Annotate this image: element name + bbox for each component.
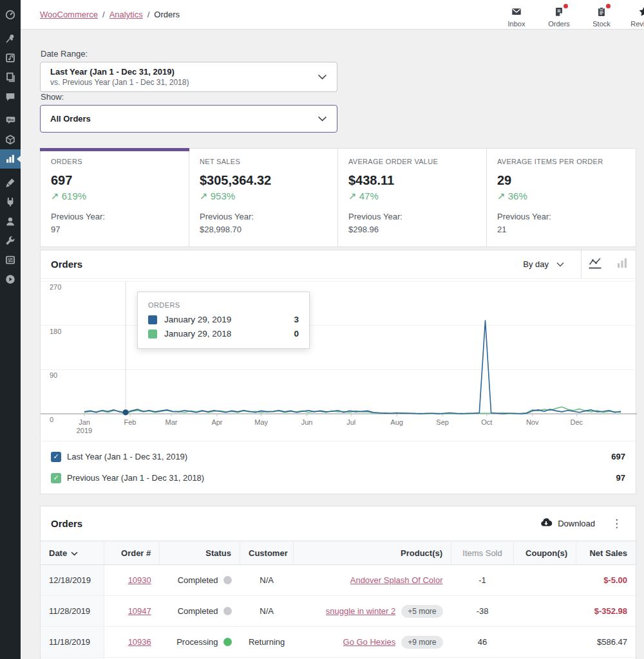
stock-clipboard-icon <box>594 5 609 18</box>
sidebar-item-dashboard[interactable] <box>0 5 21 24</box>
product-link[interactable]: snuggle in winter 2 <box>326 606 395 616</box>
sidebar-item-posts[interactable] <box>0 29 21 48</box>
cell-items-sold: -38 <box>451 596 514 627</box>
chevron-down-icon <box>556 259 564 269</box>
activity-label: Stock <box>592 20 611 28</box>
cell-status: Completed <box>160 596 240 627</box>
svg-text:Sep: Sep <box>436 418 449 426</box>
chart-header: Orders By day <box>41 250 636 279</box>
svg-text:Jul: Jul <box>346 418 355 426</box>
product-link[interactable]: Go Go Hexies <box>343 637 396 647</box>
reviews-star-icon <box>637 5 644 18</box>
cell-products: Go Go Hexies+9 more <box>294 627 451 658</box>
sidebar-item-media[interactable] <box>0 48 21 68</box>
tooltip-row-value: 3 <box>294 315 299 324</box>
cell-coupons <box>514 565 576 596</box>
column-header-products[interactable]: Product(s) <box>294 541 451 565</box>
line-chart-icon <box>588 257 602 272</box>
summary-card-net-sales[interactable]: NET SALES $305,364.32 ↗ 953% Previous Ye… <box>189 149 338 246</box>
activity-label: Orders <box>548 20 570 28</box>
line-chart-toggle-button[interactable] <box>582 250 609 278</box>
card-trend-percent: 36% <box>508 190 527 201</box>
cell-net-sales: $-352.98 <box>576 596 636 627</box>
activity-item-reviews[interactable]: Reviews <box>623 1 644 28</box>
interval-select[interactable]: By day <box>506 250 581 278</box>
status-dot <box>223 576 232 584</box>
comments-icon <box>5 91 16 102</box>
cell-items-sold: -1 <box>451 565 514 596</box>
orders-table-card: Orders Download ⋮ Date Order # Status <box>40 506 636 659</box>
product-link[interactable]: Andover Splash Of Color <box>350 575 443 585</box>
cell-order-number: 10936 <box>104 627 160 658</box>
date-range-compare-value: vs. Previous Year (Jan 1 - Dec 31, 2018) <box>50 78 189 87</box>
chevron-down-icon <box>317 72 327 82</box>
kebab-menu-button[interactable]: ⋮ <box>608 518 625 529</box>
cell-coupons <box>514 627 576 658</box>
card-trend-percent: 619% <box>62 190 86 201</box>
checkbox-checked-icon[interactable]: ✓ <box>51 452 61 462</box>
sidebar-item-products[interactable] <box>0 130 21 149</box>
column-header-net-sales[interactable]: Net Sales <box>576 541 636 565</box>
sidebar-item-comments[interactable] <box>0 87 21 106</box>
summary-card-orders[interactable]: ORDERS 697 ↗ 619% Previous Year:97 <box>41 149 189 246</box>
column-header-date[interactable]: Date <box>41 541 104 565</box>
checkbox-checked-icon[interactable]: ✓ <box>51 473 61 483</box>
activity-item-stock[interactable]: Stock <box>580 1 623 28</box>
series-color-swatch <box>148 330 157 339</box>
activity-item-inbox[interactable]: Inbox <box>495 1 538 28</box>
column-header-customer[interactable]: Customer <box>240 541 294 565</box>
column-header-coupons[interactable]: Coupon(s) <box>514 541 576 565</box>
sidebar-item-collapse[interactable] <box>0 270 21 289</box>
column-header-items-sold[interactable]: Items Sold <box>451 541 514 565</box>
chart-plot-area[interactable]: 090180270Jan2019FebMarAprMayJunJulAugSep… <box>41 279 636 441</box>
more-products-pill[interactable]: +5 more <box>401 605 442 618</box>
sidebar-item-woocommerce[interactable]: Woo <box>0 111 21 130</box>
inbox-envelope-icon <box>509 5 524 18</box>
legend-item-last-year[interactable]: ✓ Last Year (Jan 1 - Dec 31, 2019) 697 <box>41 446 636 467</box>
bar-chart-toggle-button[interactable] <box>609 250 636 278</box>
order-number-link[interactable]: 10947 <box>128 606 151 616</box>
sidebar-item-users[interactable] <box>0 212 21 231</box>
sidebar-item-tools[interactable] <box>0 231 21 250</box>
cell-customer: N/A <box>240 596 294 627</box>
cell-products: Andover Splash Of Color <box>294 565 451 596</box>
sidebar-item-analytics[interactable] <box>0 149 21 169</box>
summary-card-average-order-value[interactable]: AVERAGE ORDER VALUE $438.11 ↗ 47% Previo… <box>338 149 487 246</box>
legend-item-previous-year[interactable]: ✓ Previous Year (Jan 1 - Dec 31, 2018) 9… <box>41 467 636 488</box>
woocommerce-icon: Woo <box>5 115 17 126</box>
cell-customer: Returning <box>240 627 294 658</box>
summary-card-average-items-per-order[interactable]: AVERAGE ITEMS PER ORDER 29 ↗ 36% Previou… <box>487 149 636 246</box>
breadcrumb-separator: / <box>147 10 150 19</box>
date-range-label: Date Range: <box>41 49 636 59</box>
tooltip-row-value: 0 <box>294 329 299 339</box>
order-number-link[interactable]: 10936 <box>128 637 151 647</box>
svg-text:180: 180 <box>50 328 61 335</box>
svg-text:May: May <box>254 418 268 426</box>
sidebar-item-appearance[interactable] <box>0 173 21 192</box>
cell-date: 11/18/2019 <box>41 627 104 658</box>
sidebar-item-plugins[interactable] <box>0 192 21 212</box>
prev-year-label: Previous Year: <box>51 212 105 221</box>
download-button[interactable]: Download <box>540 517 595 530</box>
settings-icon <box>5 254 16 266</box>
sidebar-item-pages[interactable] <box>0 68 21 87</box>
show-select[interactable]: All Orders <box>40 105 337 133</box>
order-number-link[interactable]: 10930 <box>128 575 151 585</box>
more-products-pill[interactable]: +9 more <box>401 636 442 649</box>
date-range-select[interactable]: Last Year (Jan 1 - Dec 31, 2019) vs. Pre… <box>40 62 337 92</box>
column-header-status[interactable]: Status <box>160 541 240 565</box>
column-header-order-number[interactable]: Order # <box>104 541 160 565</box>
prev-year-value: 97 <box>51 225 60 234</box>
top-bar: WooCommerce / Analytics / Orders Inbox O… <box>21 0 644 30</box>
breadcrumb-link-woocommerce[interactable]: WooCommerce <box>40 10 98 19</box>
package-icon <box>5 134 16 145</box>
activity-panel: Inbox Orders Stock Reviews <box>495 1 644 28</box>
sidebar-item-settings[interactable] <box>0 250 21 270</box>
activity-item-orders[interactable]: Orders <box>538 1 580 28</box>
card-value: 29 <box>497 173 625 188</box>
bar-chart-icon <box>616 257 628 271</box>
show-label: Show: <box>41 92 636 102</box>
breadcrumb-link-analytics[interactable]: Analytics <box>109 10 143 19</box>
status-label: Completed <box>178 575 218 585</box>
legend-count: 697 <box>611 452 625 461</box>
